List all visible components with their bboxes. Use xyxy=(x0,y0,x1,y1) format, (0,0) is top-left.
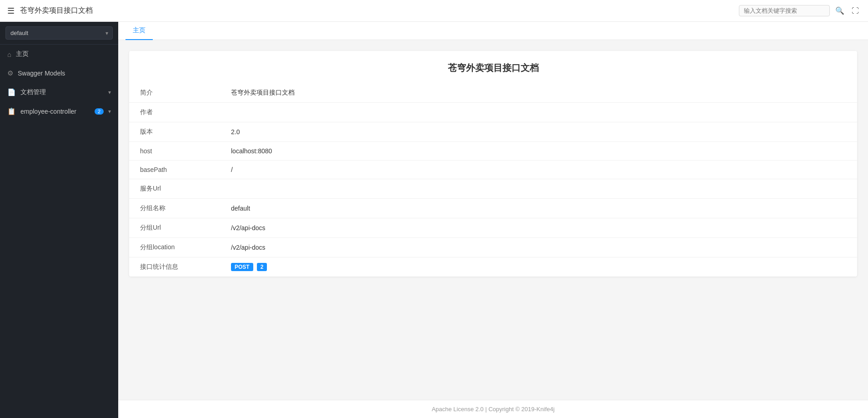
table-row: 分组名称default xyxy=(129,199,857,218)
table-row: 分组location/v2/api-docs xyxy=(129,238,857,257)
top-header: ☰ 苍穹外卖项目接口文档 🔍 ⛶ xyxy=(0,0,868,22)
sidebar-label-home: 主页 xyxy=(16,50,111,58)
field-value: /v2/api-docs xyxy=(220,238,857,257)
doc-icon: 📄 xyxy=(7,88,16,96)
table-row: basePath/ xyxy=(129,161,857,179)
field-label: 作者 xyxy=(129,103,220,122)
post-badge: POST xyxy=(231,263,253,271)
sidebar-select-wrap: default xyxy=(0,22,118,45)
sidebar-item-doc-manage[interactable]: 📄 文档管理 ▾ xyxy=(0,83,118,102)
field-value: POST2 xyxy=(220,257,857,277)
tab-bar: 主页 xyxy=(118,22,868,40)
table-row: hostlocalhost:8080 xyxy=(129,142,857,161)
field-label: 服务Url xyxy=(129,179,220,199)
table-row: 作者 xyxy=(129,103,857,122)
footer-text: Apache License 2.0 | Copyright © 2019-Kn… xyxy=(431,406,554,413)
field-label: basePath xyxy=(129,161,220,179)
count-badge: 2 xyxy=(257,263,267,271)
field-label: host xyxy=(129,142,220,161)
doc-card: 苍穹外卖项目接口文档 简介苍穹外卖项目接口文档作者版本2.0hostlocalh… xyxy=(129,51,857,277)
field-label: 简介 xyxy=(129,83,220,103)
footer: Apache License 2.0 | Copyright © 2019-Kn… xyxy=(118,400,868,418)
sidebar-item-employee-controller[interactable]: 📋 employee-controller 2 ▾ xyxy=(0,102,118,121)
fullscreen-button[interactable]: ⛶ xyxy=(850,5,861,17)
main-layout: default ⌂ 主页 ⚙ Swagger Models 📄 文档管理 ▾ 📋… xyxy=(0,22,868,418)
table-row: 版本2.0 xyxy=(129,122,857,142)
employee-chevron-icon: ▾ xyxy=(108,108,111,115)
sidebar-label-doc: 文档管理 xyxy=(20,88,104,96)
sidebar-label-swagger: Swagger Models xyxy=(18,70,111,77)
home-icon: ⌂ xyxy=(7,50,11,58)
sidebar-item-swagger-models[interactable]: ⚙ Swagger Models xyxy=(0,64,118,83)
field-value xyxy=(220,179,857,199)
sidebar-item-home[interactable]: ⌂ 主页 xyxy=(0,45,118,64)
content-area: 主页 苍穹外卖项目接口文档 简介苍穹外卖项目接口文档作者版本2.0hostloc… xyxy=(118,22,868,418)
table-row: 分组Url/v2/api-docs xyxy=(129,218,857,238)
field-label: 分组location xyxy=(129,238,220,257)
page-title: 苍穹外卖项目接口文档 xyxy=(20,6,739,15)
field-value: / xyxy=(220,161,857,179)
sidebar-label-employee: employee-controller xyxy=(20,108,90,115)
group-select[interactable]: default xyxy=(5,26,113,40)
field-label: 分组名称 xyxy=(129,199,220,218)
search-input[interactable] xyxy=(739,5,830,16)
field-label: 版本 xyxy=(129,122,220,142)
field-value: /v2/api-docs xyxy=(220,218,857,238)
menu-icon[interactable]: ☰ xyxy=(7,6,15,16)
field-value: 2.0 xyxy=(220,122,857,142)
controller-icon: 📋 xyxy=(7,107,16,116)
search-area: 🔍 ⛶ xyxy=(739,5,861,17)
search-button[interactable]: 🔍 xyxy=(833,5,846,17)
table-row: 服务Url xyxy=(129,179,857,199)
table-row: 接口统计信息POST2 xyxy=(129,257,857,277)
swagger-icon: ⚙ xyxy=(7,69,13,77)
table-row: 简介苍穹外卖项目接口文档 xyxy=(129,83,857,103)
field-label: 分组Url xyxy=(129,218,220,238)
sidebar: default ⌂ 主页 ⚙ Swagger Models 📄 文档管理 ▾ 📋… xyxy=(0,22,118,418)
chevron-down-icon: ▾ xyxy=(108,89,111,96)
employee-badge: 2 xyxy=(95,108,104,115)
field-value: default xyxy=(220,199,857,218)
content-scroll: 苍穹外卖项目接口文档 简介苍穹外卖项目接口文档作者版本2.0hostlocalh… xyxy=(118,40,868,400)
field-value: localhost:8080 xyxy=(220,142,857,161)
field-value xyxy=(220,103,857,122)
doc-title: 苍穹外卖项目接口文档 xyxy=(129,51,857,83)
field-label: 接口统计信息 xyxy=(129,257,220,277)
info-table: 简介苍穹外卖项目接口文档作者版本2.0hostlocalhost:8080bas… xyxy=(129,83,857,277)
tab-home[interactable]: 主页 xyxy=(125,22,153,40)
sidebar-select-wrapper: default xyxy=(5,26,113,40)
field-value: 苍穹外卖项目接口文档 xyxy=(220,83,857,103)
